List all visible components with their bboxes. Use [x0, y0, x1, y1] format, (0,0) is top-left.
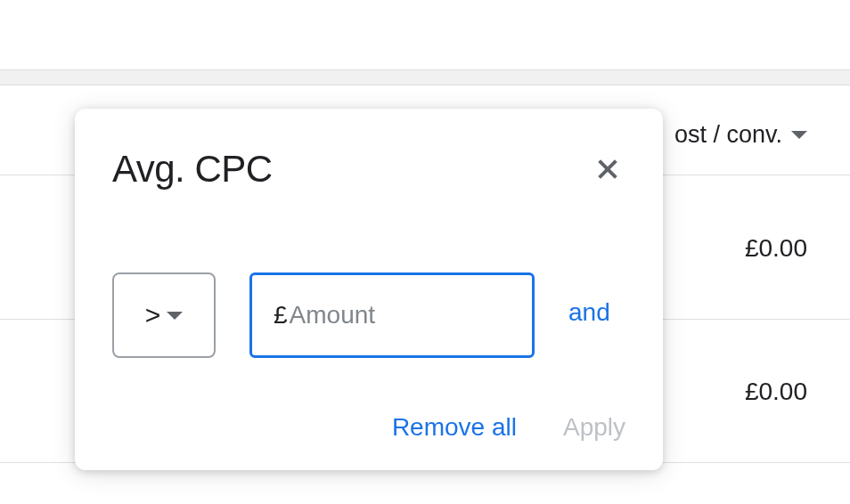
toolbar-strip — [0, 69, 850, 85]
popover-footer: Remove all Apply — [112, 413, 625, 442]
popover-header: Avg. CPC — [112, 148, 625, 191]
column-header-label: ost / conv. — [674, 121, 782, 149]
popover-title: Avg. CPC — [112, 148, 273, 191]
remove-all-button[interactable]: Remove all — [392, 413, 517, 442]
table-cell-value: £0.00 — [745, 378, 807, 406]
currency-symbol: £ — [274, 301, 288, 329]
amount-input-container[interactable]: £ — [249, 272, 535, 358]
close-icon — [593, 155, 622, 183]
chevron-down-icon — [791, 131, 807, 139]
column-header-cost-per-conv[interactable]: ost / conv. — [674, 121, 807, 149]
apply-button[interactable]: Apply — [563, 413, 625, 442]
add-condition-and-button[interactable]: and — [568, 298, 610, 332]
filter-row: > £ and — [112, 272, 625, 358]
operator-value: > — [145, 300, 161, 330]
table-cell-value: £0.00 — [745, 234, 807, 263]
amount-input[interactable] — [290, 301, 511, 329]
close-button[interactable] — [590, 151, 625, 187]
chevron-down-icon — [167, 312, 183, 320]
filter-popover: Avg. CPC > £ and Remove all Apply — [75, 109, 663, 470]
operator-dropdown[interactable]: > — [112, 272, 216, 358]
